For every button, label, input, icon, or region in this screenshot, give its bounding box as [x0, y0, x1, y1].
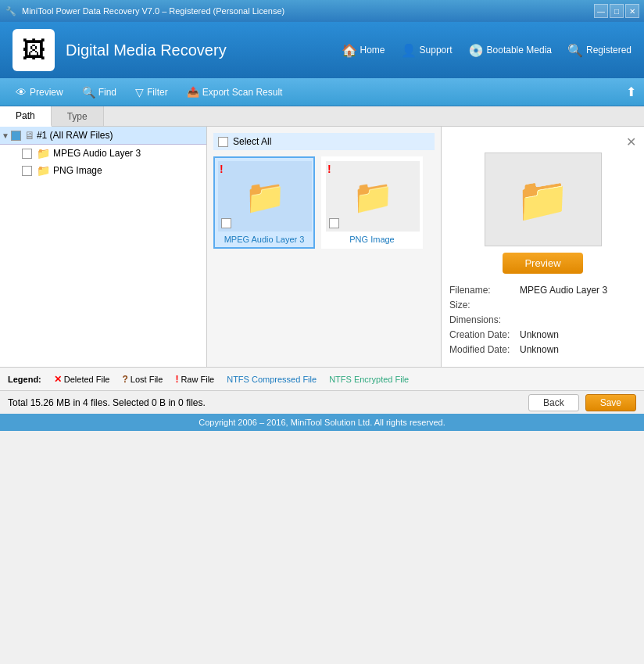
modified-row: Modified Date: Unknown [449, 344, 636, 355]
title-bar-left: 🔧 MiniTool Power Data Recovery V7.0 – Re… [5, 5, 284, 17]
bootable-nav-label: Bootable Media [487, 45, 552, 56]
tab-bar: Path Type [0, 106, 644, 127]
png-warning-icon: ! [327, 163, 331, 175]
filter-toolbar-label: Filter [147, 87, 168, 98]
path-tab-label: Path [16, 110, 35, 121]
title-bar: 🔧 MiniTool Power Data Recovery V7.0 – Re… [0, 0, 644, 22]
header-nav: 🏠 Home 👤 Support 💿 Bootable Media 🔍 Regi… [342, 43, 631, 58]
export-toolbar-button[interactable]: 📤 Export Scan Result [179, 83, 291, 101]
size-row: Size: [449, 300, 636, 310]
app-icon: 🖼 [13, 29, 55, 71]
status-actions: Back Save [528, 394, 636, 411]
tree-root-item[interactable]: ▼ 🖥 #1 (All RAW Files) [0, 127, 206, 145]
legend-title: Legend: [8, 375, 41, 384]
home-icon: 🏠 [342, 43, 357, 58]
deleted-legend: ✕ Deleted File [54, 374, 110, 385]
tree-root-label: #1 (All RAW Files) [37, 130, 113, 141]
ntfs-compressed-label: NTFS Compressed File [227, 375, 317, 384]
bootable-icon: 💿 [468, 43, 484, 58]
file-thumb-inner-mpeg: ! 📁 [218, 161, 312, 232]
size-label: Size: [449, 300, 520, 310]
close-detail-button[interactable]: ✕ [626, 135, 636, 149]
preview-thumb-icon: 📁 [516, 174, 570, 225]
share-icon[interactable]: ⬆ [626, 85, 636, 99]
png-file-icon: 📁 [352, 178, 393, 216]
select-all-label: Select All [233, 136, 271, 147]
dimensions-label: Dimensions: [449, 314, 520, 325]
registered-nav-label: Registered [586, 45, 631, 56]
preview-button[interactable]: Preview [503, 253, 582, 274]
path-tab[interactable]: Path [0, 106, 52, 127]
modified-label: Modified Date: [449, 344, 520, 355]
raw-marker: ! [175, 374, 178, 385]
creation-label: Creation Date: [449, 329, 520, 340]
close-button[interactable]: ✕ [625, 4, 639, 18]
raw-label: Raw File [181, 375, 214, 384]
select-all-bar: Select All [213, 133, 435, 150]
mpeg-checkbox[interactable] [22, 149, 32, 159]
window-controls: — □ ✕ [594, 4, 639, 18]
bootable-nav-item[interactable]: 💿 Bootable Media [468, 43, 552, 58]
filename-row: Filename: MPEG Audio Layer 3 [449, 285, 636, 296]
legend-bar: Legend: ✕ Deleted File ? Lost File ! Raw… [0, 367, 644, 390]
root-checkbox[interactable] [11, 131, 21, 141]
file-thumb-png[interactable]: ! 📁 PNG Image [321, 156, 423, 249]
export-icon: 📤 [187, 86, 199, 98]
file-thumb-mpeg[interactable]: ! 📁 MPEG Audio Layer 3 [213, 156, 315, 249]
mpeg-file-checkbox[interactable] [221, 218, 231, 228]
type-tab[interactable]: Type [52, 106, 104, 126]
find-toolbar-label: Find [98, 87, 116, 98]
find-icon: 🔍 [82, 86, 95, 99]
file-tree-panel: ▼ 🖥 #1 (All RAW Files) 📁 MPEG Audio Laye… [0, 127, 207, 367]
maximize-button[interactable]: □ [610, 4, 624, 18]
file-thumbnails: ! 📁 MPEG Audio Layer 3 ! 📁 PNG Image [213, 156, 435, 249]
png-checkbox[interactable] [22, 166, 32, 176]
home-nav-item[interactable]: 🏠 Home [342, 43, 385, 58]
status-text: Total 15.26 MB in 4 files. Selected 0 B … [8, 397, 206, 408]
mpeg-folder-icon: 📁 [37, 147, 50, 160]
export-toolbar-label: Export Scan Result [202, 87, 283, 98]
status-bar: Total 15.26 MB in 4 files. Selected 0 B … [0, 390, 644, 414]
ntfs-encrypted-legend: NTFS Encrypted File [329, 375, 409, 384]
mpeg-tree-label: MPEG Audio Layer 3 [53, 148, 141, 159]
modified-value: Unknown [520, 344, 559, 355]
window-title: MiniTool Power Data Recovery V7.0 – Regi… [22, 6, 284, 16]
file-details: Filename: MPEG Audio Layer 3 Size: Dimen… [449, 285, 636, 359]
mpeg-file-name: MPEG Audio Layer 3 [218, 235, 310, 244]
tree-item-png[interactable]: 📁 PNG Image [0, 162, 206, 179]
registered-nav-item[interactable]: 🔍 Registered [567, 43, 631, 58]
save-button[interactable]: Save [585, 394, 636, 411]
png-folder-icon: 📁 [37, 164, 50, 177]
deleted-marker: ✕ [54, 374, 62, 385]
lost-marker: ? [122, 374, 127, 385]
detail-panel: ✕ 📁 Preview Filename: MPEG Audio Layer 3… [442, 127, 644, 367]
raw-legend: ! Raw File [175, 374, 214, 385]
creation-value: Unknown [520, 329, 559, 340]
back-button[interactable]: Back [528, 394, 579, 411]
ntfs-encrypted-label: NTFS Encrypted File [329, 375, 409, 384]
filter-toolbar-button[interactable]: ▽ Filter [127, 83, 176, 102]
tree-toggle-icon[interactable]: ▼ [2, 131, 9, 140]
filter-icon: ▽ [135, 86, 144, 99]
tree-item-mpeg[interactable]: 📁 MPEG Audio Layer 3 [0, 145, 206, 162]
png-file-checkbox[interactable] [329, 218, 339, 228]
select-all-checkbox[interactable] [218, 137, 228, 147]
mpeg-file-icon: 📁 [245, 178, 285, 216]
preview-toolbar-label: Preview [30, 87, 63, 98]
app-small-icon: 🔧 [5, 5, 17, 17]
copyright-text: Copyright 2006 – 2016, MiniTool Solution… [199, 418, 445, 427]
content-area: ▼ 🖥 #1 (All RAW Files) 📁 MPEG Audio Laye… [0, 127, 644, 367]
root-folder-icon: 🖥 [24, 129, 35, 142]
home-nav-label: Home [360, 45, 385, 56]
find-toolbar-button[interactable]: 🔍 Find [74, 83, 124, 102]
support-nav-item[interactable]: 👤 Support [401, 43, 453, 58]
preview-toolbar-button[interactable]: 👁 Preview [8, 83, 71, 102]
right-panel: Select All ! 📁 MPEG Audio Layer 3 ! [207, 127, 644, 367]
preview-thumbnail: 📁 [485, 153, 602, 246]
app-header: 🖼 Digital Media Recovery 🏠 Home 👤 Suppor… [0, 22, 644, 78]
dimensions-row: Dimensions: [449, 314, 636, 325]
png-tree-label: PNG Image [53, 165, 102, 176]
support-nav-label: Support [420, 45, 453, 56]
minimize-button[interactable]: — [594, 4, 608, 18]
header-left: 🖼 Digital Media Recovery [13, 29, 227, 71]
